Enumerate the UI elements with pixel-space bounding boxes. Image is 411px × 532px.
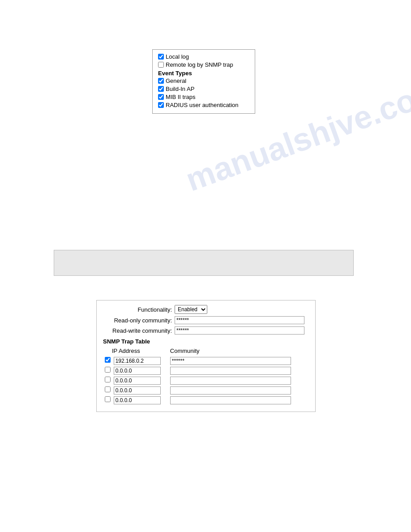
trap-row-2-ip[interactable]	[114, 367, 161, 375]
trap-row-5-community[interactable]	[170, 396, 291, 404]
trap-row-4	[103, 386, 309, 395]
ip-address-header: IP Address	[103, 347, 168, 356]
functionality-row: Functionality: Enabled Disabled	[103, 305, 309, 314]
read-only-row: Read-only community:	[103, 316, 309, 324]
event-mib-row: MIB II traps	[158, 94, 249, 100]
snmp-section: Functionality: Enabled Disabled Read-onl…	[96, 300, 316, 412]
event-general-row: General	[158, 77, 249, 84]
event-buildin-row: Build-In AP	[158, 86, 249, 92]
trap-row-5-checkbox[interactable]	[105, 396, 111, 402]
event-general-label: General	[166, 77, 186, 84]
trap-row-3-checkbox[interactable]	[105, 377, 111, 382]
trap-row-3-community[interactable]	[170, 377, 291, 385]
trap-row-1-ip[interactable]	[114, 357, 161, 365]
local-log-checkbox[interactable]	[158, 54, 164, 60]
trap-table: IP Address Community	[103, 347, 309, 405]
trap-row-1-checkbox[interactable]	[105, 357, 111, 363]
read-only-input[interactable]	[175, 316, 304, 324]
trap-row-2-community[interactable]	[170, 367, 291, 375]
event-general-checkbox[interactable]	[158, 78, 164, 84]
trap-row-2-checkbox[interactable]	[105, 367, 111, 373]
event-mib-label: MIB II traps	[166, 94, 195, 100]
gray-bar	[54, 250, 354, 276]
remote-log-row: Remote log by SNMP trap	[158, 61, 249, 68]
remote-log-checkbox[interactable]	[158, 62, 164, 68]
read-only-label: Read-only community:	[103, 317, 175, 324]
local-log-row: Local log	[158, 53, 249, 60]
local-log-label: Local log	[166, 53, 189, 60]
trap-row-5	[103, 395, 309, 405]
event-buildin-label: Build-In AP	[166, 86, 194, 92]
snmp-trap-title: SNMP Trap Table	[103, 338, 309, 345]
event-mib-checkbox[interactable]	[158, 94, 164, 100]
functionality-select[interactable]: Enabled Disabled	[175, 305, 207, 314]
event-radius-row: RADIUS user authentication	[158, 102, 249, 108]
read-write-label: Read-write community:	[103, 327, 175, 334]
read-write-row: Read-write community:	[103, 326, 309, 335]
event-radius-label: RADIUS user authentication	[166, 102, 239, 108]
remote-log-label: Remote log by SNMP trap	[166, 61, 233, 68]
event-buildin-checkbox[interactable]	[158, 86, 164, 92]
read-write-input[interactable]	[175, 326, 304, 335]
trap-row-4-ip[interactable]	[114, 386, 161, 395]
functionality-label: Functionality:	[103, 306, 175, 313]
trap-row-3	[103, 376, 309, 386]
trap-row-3-ip[interactable]	[114, 377, 161, 385]
trap-row-4-community[interactable]	[170, 386, 291, 395]
community-header: Community	[168, 347, 309, 356]
trap-row-2	[103, 366, 309, 376]
event-radius-checkbox[interactable]	[158, 102, 164, 108]
event-types-label: Event Types	[158, 70, 249, 77]
trap-row-1-community[interactable]	[170, 357, 291, 365]
trap-row-1	[103, 356, 309, 366]
trap-row-5-ip[interactable]	[114, 396, 161, 404]
trap-row-4-checkbox[interactable]	[105, 386, 111, 392]
log-settings-box: Local log Remote log by SNMP trap Event …	[152, 49, 255, 114]
